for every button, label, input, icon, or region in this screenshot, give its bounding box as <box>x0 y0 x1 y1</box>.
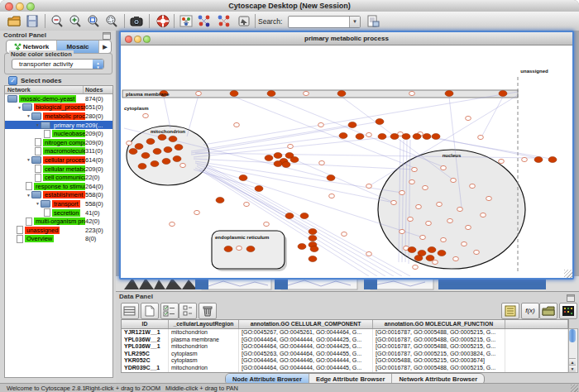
mitochondrion-region[interactable] <box>127 126 209 185</box>
tree-header-network[interactable]: Network <box>5 86 84 93</box>
layout-icon[interactable] <box>237 14 251 28</box>
node[interactable] <box>141 152 150 158</box>
node[interactable] <box>474 250 480 254</box>
node[interactable] <box>342 232 347 236</box>
table-row[interactable]: YPL036W__1mitochondrion[GO:0044464, GO:0… <box>122 343 568 351</box>
node[interactable] <box>428 246 436 252</box>
zoom-selected-icon[interactable] <box>104 14 119 28</box>
app-resize-grip[interactable] <box>571 385 578 392</box>
node[interactable] <box>466 225 471 229</box>
node[interactable] <box>432 133 440 139</box>
node[interactable] <box>216 197 224 203</box>
open-folder-icon[interactable] <box>7 14 22 28</box>
node[interactable] <box>175 144 183 150</box>
node[interactable] <box>129 148 137 154</box>
node[interactable] <box>423 185 428 189</box>
node[interactable] <box>135 143 143 149</box>
attribute-list-icon[interactable] <box>179 303 197 319</box>
node[interactable] <box>143 113 149 117</box>
node[interactable] <box>437 202 443 206</box>
node[interactable] <box>246 246 255 251</box>
select-attributes-icon[interactable] <box>121 303 139 319</box>
node[interactable] <box>234 122 240 127</box>
tree-row[interactable]: nitrogen compo209(0) <box>5 138 112 147</box>
node[interactable] <box>441 165 447 170</box>
node[interactable] <box>433 260 438 264</box>
node[interactable] <box>151 160 159 166</box>
node[interactable] <box>237 246 242 250</box>
select-nodes-checkbox[interactable]: ✓ <box>8 76 17 85</box>
tree-row[interactable]: secretion41(0) <box>5 208 112 218</box>
node[interactable] <box>402 133 410 139</box>
node[interactable] <box>173 155 181 161</box>
node[interactable] <box>408 246 416 252</box>
tree-row[interactable]: ▼transport558(0) <box>5 199 112 208</box>
node[interactable] <box>466 116 471 120</box>
node[interactable] <box>376 118 384 124</box>
zoom-fit-icon[interactable] <box>86 14 101 28</box>
import-attributes-folder-icon[interactable] <box>539 303 557 319</box>
node[interactable] <box>366 132 372 136</box>
node[interactable] <box>162 158 170 164</box>
node[interactable] <box>138 163 146 169</box>
node[interactable] <box>478 135 484 139</box>
tree-row[interactable]: multi-organism pro42(0) <box>5 217 112 226</box>
node[interactable] <box>288 144 294 148</box>
network-window-titlebar[interactable]: primary metabolic process <box>121 32 572 45</box>
table-row[interactable]: YJR121W__1mitochondrion[GO:0045267, GO:0… <box>122 329 568 337</box>
attribute-editor-icon[interactable] <box>501 303 519 319</box>
matrix-view-icon[interactable] <box>559 303 577 319</box>
node[interactable] <box>274 152 282 158</box>
node[interactable] <box>378 133 386 139</box>
tree-row[interactable]: cell communicat22(0) <box>5 173 112 182</box>
tree-row[interactable]: nucleobase-209(0) <box>5 129 112 138</box>
node[interactable] <box>309 228 317 234</box>
node[interactable] <box>329 194 335 198</box>
node[interactable] <box>348 122 356 127</box>
column-header[interactable]: annotation.GO MOLECULAR_FUNCTION <box>373 320 505 328</box>
node[interactable] <box>180 163 186 167</box>
tree-row[interactable]: response to stimulu264(0) <box>5 182 112 191</box>
vizmapper-icon[interactable] <box>197 14 212 28</box>
node[interactable] <box>153 148 161 154</box>
tree-row[interactable]: macromolecule311(0) <box>5 147 112 156</box>
node[interactable] <box>327 174 335 180</box>
node[interactable] <box>413 265 419 269</box>
node[interactable] <box>470 184 476 188</box>
node[interactable] <box>244 202 250 206</box>
node[interactable] <box>230 90 238 96</box>
help-lifering-icon[interactable] <box>156 14 170 28</box>
node[interactable] <box>423 133 431 139</box>
node[interactable] <box>522 157 528 161</box>
column-header[interactable]: ID <box>122 320 169 328</box>
node[interactable] <box>548 156 557 162</box>
node[interactable] <box>319 160 325 165</box>
node[interactable] <box>264 222 270 226</box>
new-attribute-icon[interactable] <box>141 303 159 319</box>
advanced-search-icon[interactable] <box>366 14 380 28</box>
node[interactable] <box>366 184 372 188</box>
network-canvas[interactable]: plasma membranecytoplasmmitochondrionnuc… <box>121 45 569 276</box>
zoom-out-icon[interactable] <box>50 14 65 28</box>
node[interactable] <box>224 246 232 251</box>
node[interactable] <box>457 207 463 211</box>
table-row[interactable]: YPL036W__2plasma membrane[GO:0044464, GO… <box>122 337 568 344</box>
node[interactable] <box>462 241 467 246</box>
node[interactable] <box>408 217 414 221</box>
node[interactable] <box>445 90 453 96</box>
node[interactable] <box>164 146 172 152</box>
expander-icon[interactable]: ▼ <box>26 157 31 162</box>
node[interactable] <box>170 222 175 226</box>
node[interactable] <box>400 190 405 194</box>
node[interactable] <box>534 156 543 162</box>
float-panel-icon[interactable] <box>103 32 111 40</box>
snapshot-camera-icon[interactable] <box>129 14 144 28</box>
table-row[interactable]: YDR039C__1mitochondrion[GO:0044464, GO:0… <box>122 365 568 372</box>
tree-header-nodes[interactable]: Nodes <box>84 86 112 93</box>
network-manager-icon[interactable] <box>179 14 194 28</box>
node[interactable] <box>196 91 202 95</box>
node[interactable] <box>304 91 309 95</box>
node[interactable] <box>255 185 263 191</box>
node[interactable] <box>169 136 177 141</box>
node[interactable] <box>300 213 309 218</box>
